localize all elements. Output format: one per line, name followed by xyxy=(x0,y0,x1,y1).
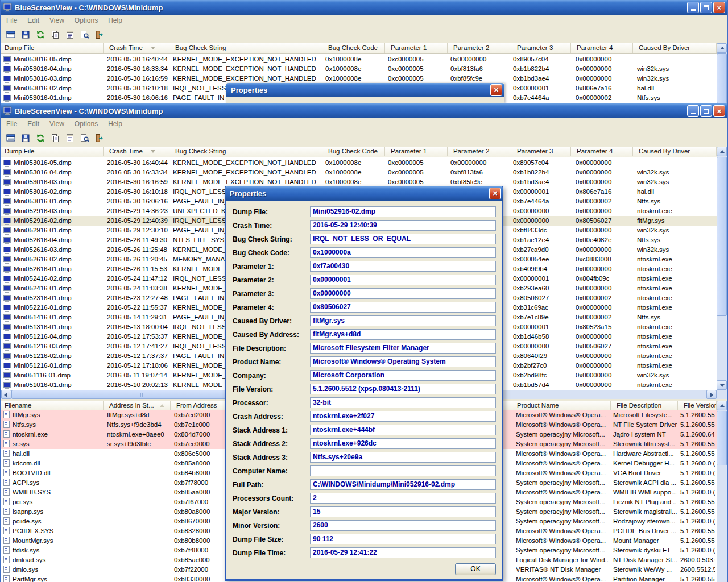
field-value-company[interactable]: Microsoft Corporation xyxy=(310,370,496,381)
scroll-up-button[interactable] xyxy=(717,401,727,410)
scrollbar-thumb[interactable] xyxy=(717,411,727,465)
minimize-button[interactable] xyxy=(687,2,699,13)
close-button[interactable]: × xyxy=(713,2,725,13)
dialog-title-bar[interactable]: Properties × xyxy=(226,83,504,97)
exit-icon[interactable] xyxy=(95,134,105,143)
menu-file[interactable]: File xyxy=(1,16,22,24)
copy-icon[interactable] xyxy=(51,134,60,143)
column-header-dump-file[interactable]: Dump File xyxy=(1,43,104,53)
exit-icon[interactable] xyxy=(95,30,105,39)
column-header-parameter-4[interactable]: Parameter 4 xyxy=(571,147,633,156)
field-value-computer-name[interactable] xyxy=(310,465,496,476)
column-header-parameter-1[interactable]: Parameter 1 xyxy=(385,43,448,53)
scrollbar-thumb[interactable] xyxy=(717,157,727,316)
dump-file-row[interactable]: Mini053016-05.dmp2016-05-30 16:40:44KERN… xyxy=(1,158,717,168)
scroll-up-button[interactable] xyxy=(717,147,727,156)
field-value-dump-file-size[interactable]: 90 112 xyxy=(310,534,496,544)
menu-edit[interactable]: Edit xyxy=(22,16,44,24)
dump-file-row[interactable]: Mini053016-03.dmp2016-05-30 16:16:59KERN… xyxy=(1,177,717,187)
column-header-file-version[interactable]: File Version xyxy=(678,401,717,410)
field-value-file-version[interactable]: 5.1.2600.5512 (xpsp.080413-2111) xyxy=(310,384,496,394)
minimize-button[interactable] xyxy=(687,105,699,117)
scroll-left-button[interactable] xyxy=(1,390,11,399)
field-value-processor[interactable]: 32-bit xyxy=(310,397,496,408)
maximize-button[interactable] xyxy=(700,2,712,13)
column-header-parameter-2[interactable]: Parameter 2 xyxy=(448,43,511,53)
menu-view[interactable]: View xyxy=(44,120,69,128)
column-header-bug-check-string[interactable]: Bug Check String xyxy=(169,43,322,53)
window-icon[interactable] xyxy=(6,30,16,39)
field-value-product-name[interactable]: Microsoft® Windows® Operating System xyxy=(310,356,496,367)
title-bar[interactable]: BlueScreenView - C:\WINDOWS\Minidump × xyxy=(0,103,728,118)
dialog-close-button[interactable]: × xyxy=(490,84,502,96)
dump-file-row[interactable]: Mini053016-03.dmp2016-05-30 16:16:59KERN… xyxy=(1,74,717,84)
field-value-crash-time[interactable]: 2016-05-29 12:40:39 xyxy=(310,220,496,231)
window-icon[interactable] xyxy=(6,134,16,143)
find-icon[interactable] xyxy=(80,30,90,39)
menu-help[interactable]: Help xyxy=(103,120,127,128)
save-icon[interactable] xyxy=(21,134,31,143)
field-value-parameter-3[interactable]: 0x00000000 xyxy=(310,288,496,299)
column-header-parameter-3[interactable]: Parameter 3 xyxy=(511,43,571,53)
field-value-parameter-2[interactable]: 0x00000001 xyxy=(310,275,496,285)
field-value-minor-version[interactable]: 2600 xyxy=(310,520,496,531)
column-header-address-in-st[interactable]: Address In St... xyxy=(104,401,171,410)
column-header-bug-check-code[interactable]: Bug Check Code xyxy=(322,43,385,53)
save-icon[interactable] xyxy=(21,30,31,39)
menu-help[interactable]: Help xyxy=(103,16,127,24)
field-value-stack-address-3[interactable]: Ntfs.sys+20e9a xyxy=(310,452,496,463)
dump-file-row[interactable]: Mini053016-04.dmp2016-05-30 16:33:34KERN… xyxy=(1,168,717,177)
scroll-up-button[interactable] xyxy=(717,43,727,53)
column-header-caused-by-driver[interactable]: Caused By Driver xyxy=(633,43,717,53)
field-value-parameter-1[interactable]: 0xf7a00430 xyxy=(310,261,496,272)
column-header-parameter-3[interactable]: Parameter 3 xyxy=(511,147,571,156)
column-header-dump-file[interactable]: Dump File xyxy=(1,147,104,156)
field-value-crash-address[interactable]: ntoskrnl.exe+2f027 xyxy=(310,411,496,422)
maximize-button[interactable] xyxy=(700,105,712,117)
dump-file-row[interactable]: Mini053016-05.dmp2016-05-30 16:40:44KERN… xyxy=(1,55,717,64)
column-header-parameter-2[interactable]: Parameter 2 xyxy=(448,147,511,156)
column-header-crash-time[interactable]: Crash Time xyxy=(104,147,169,156)
copy-icon[interactable] xyxy=(51,30,60,39)
menu-options[interactable]: Options xyxy=(69,120,103,128)
field-value-file-description[interactable]: Microsoft Filesystem Filter Manager xyxy=(310,343,496,354)
dump-file-row[interactable]: Mini053016-04.dmp2016-05-30 16:33:34KERN… xyxy=(1,64,717,74)
column-header-product-name[interactable]: Product Name xyxy=(511,401,611,410)
field-value-stack-address-1[interactable]: ntoskrnl.exe+444bf xyxy=(310,425,496,435)
column-header-parameter-1[interactable]: Parameter 1 xyxy=(385,147,448,156)
field-value-caused-by-driver[interactable]: fltMgr.sys xyxy=(310,315,496,326)
field-value-stack-address-2[interactable]: ntoskrnl.exe+926dc xyxy=(310,438,496,449)
properties-icon[interactable] xyxy=(65,134,75,143)
column-header-caused-by-driver[interactable]: Caused By Driver xyxy=(633,147,717,156)
vertical-scrollbar[interactable] xyxy=(717,43,727,103)
vertical-scrollbar[interactable] xyxy=(717,147,727,390)
title-bar[interactable]: BlueScreenView - C:\WINDOWS\Minidump × xyxy=(0,0,728,15)
scroll-down-button[interactable] xyxy=(717,380,727,390)
menu-view[interactable]: View xyxy=(44,16,69,24)
field-value-bug-check-string[interactable]: IRQL_NOT_LESS_OR_EQUAL xyxy=(310,234,496,244)
menu-edit[interactable]: Edit xyxy=(22,120,44,128)
field-value-dump-file[interactable]: Mini052916-02.dmp xyxy=(310,206,496,217)
field-value-full-path[interactable]: C:\WINDOWS\Minidump\Mini052916-02.dmp xyxy=(310,479,496,490)
column-header-file-description[interactable]: File Description xyxy=(611,401,678,410)
column-header-parameter-4[interactable]: Parameter 4 xyxy=(571,43,633,53)
close-button[interactable]: × xyxy=(713,105,725,117)
refresh-icon[interactable] xyxy=(36,134,46,143)
field-value-parameter-4[interactable]: 0x80506027 xyxy=(310,302,496,313)
column-header-crash-time[interactable]: Crash Time xyxy=(104,43,169,53)
field-value-major-version[interactable]: 15 xyxy=(310,506,496,517)
menu-file[interactable]: File xyxy=(1,120,22,128)
field-value-processors-count[interactable]: 2 xyxy=(310,493,496,504)
column-header-bug-check-string[interactable]: Bug Check String xyxy=(169,147,322,156)
field-value-bug-check-code[interactable]: 0x1000000a xyxy=(310,247,496,258)
ok-button[interactable]: OK xyxy=(455,563,496,575)
field-value-caused-by-address[interactable]: fltMgr.sys+d8d xyxy=(310,329,496,340)
column-header-filename[interactable]: Filename xyxy=(1,401,104,410)
field-value-dump-file-time[interactable]: 2016-05-29 12:41:22 xyxy=(310,547,496,558)
find-icon[interactable] xyxy=(80,134,90,143)
column-header-bug-check-code[interactable]: Bug Check Code xyxy=(322,147,385,156)
menu-options[interactable]: Options xyxy=(69,16,103,24)
properties-icon[interactable] xyxy=(65,30,75,39)
scrollbar-thumb[interactable] xyxy=(717,53,727,103)
vertical-scrollbar[interactable] xyxy=(717,401,727,582)
